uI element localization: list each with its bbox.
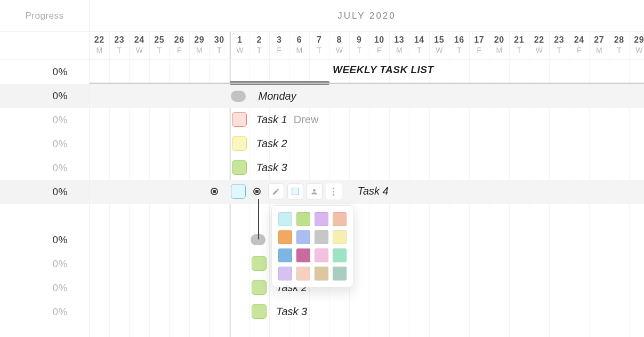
- more-button[interactable]: [326, 183, 342, 199]
- day-of-week: T: [609, 46, 629, 54]
- color-swatch[interactable]: [296, 230, 310, 244]
- day-of-week: T: [310, 46, 329, 54]
- assign-button[interactable]: [307, 183, 323, 199]
- day-col[interactable]: 29W: [630, 32, 645, 59]
- day-col[interactable]: 10F: [369, 32, 390, 59]
- color-swatch[interactable]: [315, 230, 328, 244]
- day-of-week: M: [590, 46, 609, 54]
- grid-row: [90, 156, 644, 180]
- color-swatch[interactable]: [296, 248, 310, 262]
- progress-cell: 0%: [0, 60, 89, 84]
- milestone-pill[interactable]: [231, 91, 246, 102]
- person-icon: [310, 188, 318, 196]
- color-swatch[interactable]: [278, 230, 292, 244]
- grid-row: [90, 276, 644, 300]
- group-title: WEEKLY TASK LIST: [333, 64, 434, 76]
- day-col[interactable]: 7T: [310, 32, 330, 59]
- day-of-week: M: [90, 46, 109, 54]
- grid-row: [90, 228, 644, 252]
- day-number: 10: [369, 35, 389, 45]
- color-button[interactable]: [287, 183, 303, 199]
- kebab-icon: [333, 188, 334, 196]
- day-col[interactable]: 23T: [550, 32, 570, 59]
- grid-row: [90, 300, 644, 324]
- color-swatch[interactable]: [278, 212, 292, 226]
- day-of-week: F: [369, 46, 389, 54]
- day-of-week: W: [130, 46, 149, 54]
- color-swatch[interactable]: [296, 212, 310, 226]
- task-bar[interactable]: [232, 136, 247, 151]
- progress-cell: 0%: [0, 84, 89, 108]
- color-swatch[interactable]: [278, 248, 292, 262]
- progress-cell: [0, 204, 89, 228]
- progress-header: Progress: [0, 0, 89, 32]
- day-col[interactable]: 22M: [90, 32, 110, 59]
- dependency-connector: [258, 199, 259, 239]
- day-of-week: F: [270, 46, 289, 54]
- day-col[interactable]: 6M: [289, 32, 310, 59]
- day-col[interactable]: 27M: [590, 32, 610, 59]
- day-col[interactable]: 26F: [170, 32, 190, 59]
- edit-button[interactable]: [268, 183, 284, 199]
- color-swatch[interactable]: [333, 248, 347, 262]
- day-of-week: M: [289, 46, 309, 54]
- day-number: 28: [609, 35, 629, 45]
- grid-row: [90, 132, 644, 156]
- day-col[interactable]: 21T: [510, 32, 530, 59]
- task-label: Task 3: [276, 306, 307, 318]
- task-bar-selected[interactable]: [231, 184, 246, 199]
- day-col[interactable]: 3F: [270, 32, 290, 59]
- day-col[interactable]: 14T: [409, 32, 430, 59]
- color-swatch[interactable]: [333, 267, 347, 280]
- day-col[interactable]: 9T: [350, 32, 370, 59]
- day-of-week: W: [231, 46, 249, 54]
- task-bar[interactable]: [252, 256, 267, 271]
- day-number: 24: [130, 35, 149, 45]
- day-col[interactable]: 20M: [489, 32, 510, 59]
- task-label: Task 1: [256, 114, 287, 126]
- day-col[interactable]: 29M: [190, 32, 210, 59]
- day-col[interactable]: 30T: [210, 32, 230, 59]
- progress-cell: 0%: [0, 180, 89, 204]
- day-col[interactable]: 25T: [150, 32, 170, 59]
- day-col[interactable]: 1W: [230, 32, 250, 59]
- task-bar[interactable]: [232, 160, 247, 175]
- day-col[interactable]: 15W: [430, 32, 450, 59]
- day-col[interactable]: 2T: [249, 32, 270, 59]
- day-col[interactable]: 13M: [390, 32, 410, 59]
- resize-handle-right[interactable]: [253, 188, 261, 195]
- day-of-week: M: [390, 46, 409, 54]
- day-number: 20: [489, 35, 509, 45]
- color-swatch[interactable]: [296, 267, 310, 280]
- task-label: Task 3: [256, 162, 287, 174]
- progress-cell: 0%: [0, 132, 89, 156]
- day-col[interactable]: 8W: [329, 32, 350, 59]
- day-col[interactable]: 24F: [569, 32, 590, 59]
- color-swatch[interactable]: [315, 267, 328, 280]
- task-bar[interactable]: [232, 112, 247, 127]
- day-of-week: W: [430, 46, 449, 54]
- color-swatch[interactable]: [333, 212, 347, 226]
- day-number: 1: [231, 35, 249, 45]
- day-col[interactable]: 28T: [609, 32, 630, 59]
- resize-handle-left[interactable]: [211, 188, 218, 195]
- day-number: 14: [409, 35, 429, 45]
- progress-cell: 0%: [0, 300, 89, 324]
- day-of-week: W: [630, 46, 645, 54]
- grid-row: [90, 84, 644, 108]
- task-bar[interactable]: [252, 304, 267, 319]
- day-number: 22: [90, 35, 109, 45]
- color-swatch[interactable]: [315, 212, 328, 226]
- color-swatch[interactable]: [315, 248, 328, 262]
- day-of-week: T: [150, 46, 170, 54]
- color-swatch[interactable]: [278, 267, 292, 280]
- day-col[interactable]: 23T: [110, 32, 130, 59]
- grid-row: [90, 252, 644, 276]
- day-col[interactable]: 22W: [529, 32, 550, 59]
- pencil-icon: [272, 188, 280, 196]
- day-col[interactable]: 24W: [130, 32, 150, 59]
- color-swatch[interactable]: [333, 230, 347, 244]
- day-col[interactable]: 16T: [449, 32, 470, 59]
- task-bar[interactable]: [252, 280, 267, 295]
- day-col[interactable]: 17F: [470, 32, 490, 59]
